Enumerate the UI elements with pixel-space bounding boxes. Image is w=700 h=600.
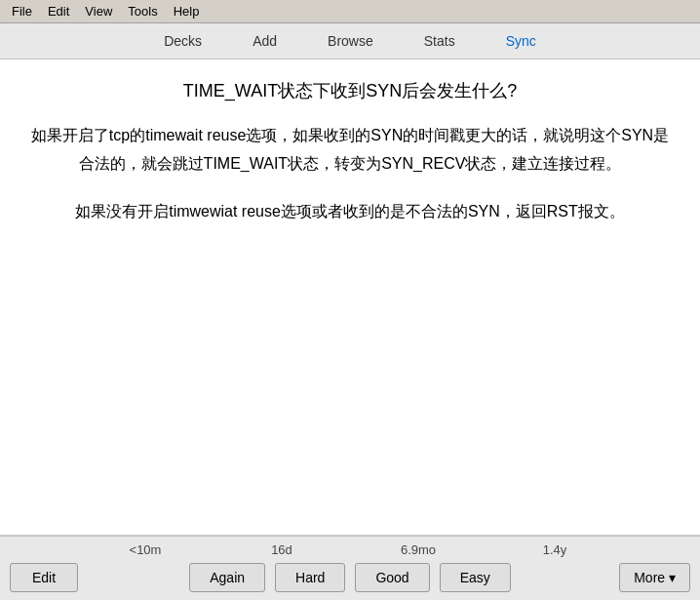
tab-bar: Decks Add Browse Stats Sync [0, 23, 700, 60]
easy-timing: 1.4y [525, 542, 584, 557]
card-answer-2: 如果没有开启timwewiat reuse选项或者收到的是不合法的SYN，返回R… [75, 198, 625, 226]
bottom-buttons-container: Edit Again Hard Good Easy More ▾ [0, 563, 700, 592]
tab-decks[interactable]: Decks [148, 29, 217, 53]
main-content: TIME_WAIT状态下收到SYN后会发生什么? 如果开启了tcp的timewa… [0, 60, 700, 535]
card-question: TIME_WAIT状态下收到SYN后会发生什么? [183, 79, 517, 102]
tab-browse[interactable]: Browse [312, 29, 389, 53]
hard-button[interactable]: Hard [275, 563, 345, 592]
easy-button[interactable]: Easy [440, 563, 511, 592]
good-timing: 6.9mo [389, 542, 447, 557]
answer-buttons: Again Hard Good Easy [189, 563, 511, 592]
good-button[interactable]: Good [355, 563, 429, 592]
menu-help[interactable]: Help [166, 2, 208, 20]
hard-timing: 16d [253, 542, 311, 557]
menu-bar: File Edit View Tools Help [0, 0, 700, 23]
again-timing: <10m [116, 542, 175, 557]
menu-tools[interactable]: Tools [120, 2, 165, 20]
tab-sync[interactable]: Sync [490, 29, 552, 53]
tab-stats[interactable]: Stats [408, 29, 471, 53]
tab-add[interactable]: Add [237, 29, 292, 53]
edit-button[interactable]: Edit [10, 563, 78, 592]
timing-row: <10m 16d 6.9mo 1.4y [116, 542, 584, 557]
card-answer-1: 如果开启了tcp的timewait reuse选项，如果收到的SYN的时间戳更大… [29, 122, 671, 179]
menu-edit[interactable]: Edit [40, 2, 77, 20]
bottom-bar: <10m 16d 6.9mo 1.4y Edit Again Hard Good… [0, 536, 700, 600]
menu-file[interactable]: File [4, 2, 40, 20]
more-button[interactable]: More ▾ [619, 563, 690, 592]
menu-view[interactable]: View [77, 2, 120, 20]
again-button[interactable]: Again [189, 563, 265, 592]
